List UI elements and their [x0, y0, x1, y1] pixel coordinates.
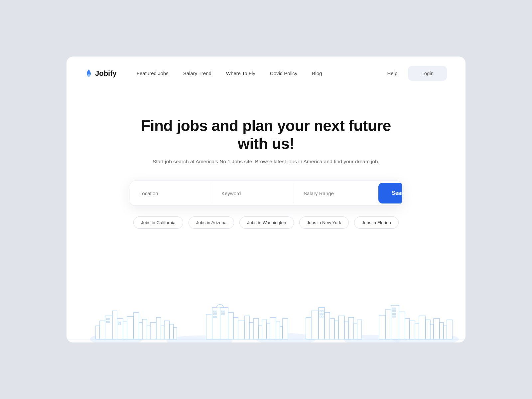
- nav-links: Featured Jobs Salary Trend Where To Fly …: [137, 70, 387, 76]
- hero-title: Find jobs and plan your next future with…: [133, 117, 399, 153]
- help-link[interactable]: Help: [387, 70, 397, 76]
- hero-subtitle: Start job search at America's No.1 Jobs …: [153, 159, 379, 165]
- quick-link-california[interactable]: Jobs in California: [133, 216, 183, 229]
- logo[interactable]: Jobify: [85, 69, 117, 78]
- quick-link-florida[interactable]: Jobs in Florida: [354, 216, 399, 229]
- search-jobs-button[interactable]: Search Jobs: [378, 183, 402, 203]
- quick-links: Jobs in California Jobs in Arizona Jobs …: [133, 216, 399, 229]
- keyword-input[interactable]: [212, 183, 294, 203]
- navbar: Jobify Featured Jobs Salary Trend Where …: [66, 57, 466, 90]
- quick-link-new-york[interactable]: Jobs in New York: [299, 216, 349, 229]
- nav-where-to-fly[interactable]: Where To Fly: [226, 70, 255, 76]
- login-button[interactable]: Login: [408, 66, 447, 81]
- nav-featured-jobs[interactable]: Featured Jobs: [137, 70, 169, 76]
- quick-link-washington[interactable]: Jobs in Washington: [239, 216, 294, 229]
- main-card: Jobify Featured Jobs Salary Trend Where …: [66, 57, 466, 342]
- logo-icon: [85, 69, 92, 78]
- quick-link-arizona[interactable]: Jobs in Arizona: [189, 216, 234, 229]
- salary-input[interactable]: [294, 183, 376, 203]
- nav-blog[interactable]: Blog: [312, 70, 322, 76]
- nav-covid-policy[interactable]: Covid Policy: [270, 70, 298, 76]
- location-input[interactable]: [130, 183, 212, 203]
- logo-text: Jobify: [95, 69, 117, 78]
- nav-salary-trend[interactable]: Salary Trend: [183, 70, 211, 76]
- svg-point-0: [87, 74, 90, 77]
- search-bar: Search Jobs: [130, 181, 402, 206]
- nav-actions: Help Login: [387, 66, 447, 81]
- hero-section: Find jobs and plan your next future with…: [66, 90, 466, 342]
